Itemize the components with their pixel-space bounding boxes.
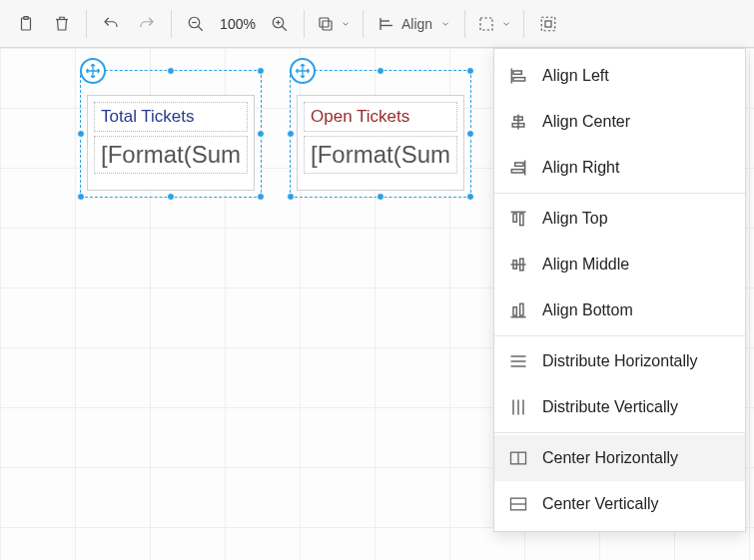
resize-handle[interactable]	[257, 130, 265, 138]
select-mode-dropdown[interactable]	[471, 6, 517, 42]
resize-handle[interactable]	[167, 67, 175, 75]
card-value: [Format(Sum	[94, 136, 248, 174]
menu-item-align-center[interactable]: Align Center	[494, 99, 745, 145]
separator	[86, 10, 87, 38]
menu-item-label: Center Vertically	[542, 495, 659, 513]
svg-rect-24	[515, 163, 523, 166]
resize-handle[interactable]	[466, 130, 474, 138]
delete-button[interactable]	[44, 6, 80, 42]
menu-item-align-bottom[interactable]: Align Bottom	[494, 287, 745, 333]
menu-item-center-horizontally[interactable]: Center Horizontally	[494, 435, 745, 481]
redo-button[interactable]	[129, 6, 165, 42]
menu-item-align-middle[interactable]: Align Middle	[494, 242, 745, 287]
svg-rect-33	[513, 307, 516, 315]
center-h-icon	[508, 448, 528, 468]
menu-item-label: Distribute Vertically	[542, 398, 678, 416]
svg-rect-19	[513, 78, 525, 81]
align-bottom-icon	[508, 300, 528, 320]
svg-rect-14	[480, 18, 492, 30]
align-right-icon	[508, 158, 528, 178]
menu-item-distribute-horizontally[interactable]: Distribute Horizontally	[494, 338, 745, 384]
resize-handle[interactable]	[377, 193, 384, 201]
menu-item-label: Distribute Horizontally	[542, 352, 698, 370]
resize-handle[interactable]	[167, 193, 175, 201]
card-value: [Format(Sum	[304, 136, 457, 174]
separator	[304, 10, 305, 38]
copy-dropdown[interactable]	[311, 6, 357, 42]
distribute-h-icon	[508, 351, 528, 371]
svg-rect-10	[320, 18, 329, 27]
svg-rect-16	[545, 21, 551, 27]
align-top-icon	[508, 209, 528, 229]
menu-item-label: Align Middle	[542, 256, 629, 274]
resize-handle[interactable]	[77, 193, 85, 201]
menu-item-center-vertically[interactable]: Center Vertically	[494, 481, 745, 527]
svg-rect-34	[520, 303, 523, 315]
resize-handle[interactable]	[257, 193, 265, 201]
svg-rect-28	[520, 214, 523, 226]
paste-button[interactable]	[8, 6, 44, 42]
center-v-icon	[508, 494, 528, 514]
fit-bounds-button[interactable]	[530, 6, 566, 42]
chevron-down-icon	[501, 19, 511, 29]
move-handle-icon[interactable]	[80, 58, 106, 84]
svg-rect-27	[513, 214, 516, 222]
selection-box[interactable]: Total Tickets [Format(Sum	[80, 70, 262, 198]
svg-rect-15	[541, 17, 555, 31]
align-dropdown-label: Align	[401, 16, 432, 32]
zoom-out-button[interactable]	[178, 6, 214, 42]
separator	[171, 10, 172, 38]
resize-handle[interactable]	[287, 193, 295, 201]
distribute-v-icon	[508, 397, 528, 417]
menu-item-label: Align Center	[542, 113, 630, 131]
svg-line-3	[198, 26, 203, 31]
svg-line-6	[282, 26, 287, 31]
move-handle-icon[interactable]	[290, 58, 316, 84]
align-middle-icon	[508, 255, 528, 275]
card-total-tickets[interactable]: Total Tickets [Format(Sum	[87, 95, 255, 191]
svg-rect-25	[511, 170, 523, 173]
svg-rect-9	[323, 21, 332, 30]
resize-handle[interactable]	[257, 67, 265, 75]
menu-item-align-top[interactable]: Align Top	[494, 196, 745, 242]
card-title: Open Tickets	[304, 102, 457, 132]
card-open-tickets[interactable]: Open Tickets [Format(Sum	[297, 95, 464, 191]
menu-item-align-left[interactable]: Align Left	[494, 53, 745, 99]
menu-separator	[494, 335, 745, 336]
align-dropdown[interactable]: Align	[370, 6, 458, 42]
align-left-icon	[508, 66, 528, 86]
separator	[523, 10, 524, 38]
menu-item-align-right[interactable]: Align Right	[494, 145, 745, 191]
undo-button[interactable]	[93, 6, 129, 42]
menu-item-label: Align Top	[542, 210, 608, 228]
resize-handle[interactable]	[466, 193, 474, 201]
menu-item-label: Align Right	[542, 159, 619, 177]
zoom-level[interactable]: 100%	[214, 16, 262, 32]
separator	[464, 10, 465, 38]
menu-item-distribute-vertically[interactable]: Distribute Vertically	[494, 384, 745, 430]
card-title: Total Tickets	[94, 102, 248, 132]
resize-handle[interactable]	[287, 130, 295, 138]
align-center-icon	[508, 112, 528, 132]
menu-item-label: Align Bottom	[542, 301, 633, 319]
menu-separator	[494, 193, 745, 194]
menu-separator	[494, 432, 745, 433]
resize-handle[interactable]	[77, 130, 85, 138]
zoom-in-button[interactable]	[262, 6, 298, 42]
svg-rect-18	[513, 71, 521, 74]
separator	[363, 10, 364, 38]
chevron-down-icon	[440, 19, 450, 29]
align-menu: Align Left Align Center Align Right Alig…	[493, 48, 746, 532]
menu-item-label: Center Horizontally	[542, 449, 678, 467]
selection-box[interactable]: Open Tickets [Format(Sum	[290, 70, 471, 198]
resize-handle[interactable]	[466, 67, 474, 75]
toolbar: 100% Align	[0, 0, 754, 48]
resize-handle[interactable]	[377, 67, 384, 75]
chevron-down-icon	[341, 19, 351, 29]
menu-item-label: Align Left	[542, 67, 609, 85]
